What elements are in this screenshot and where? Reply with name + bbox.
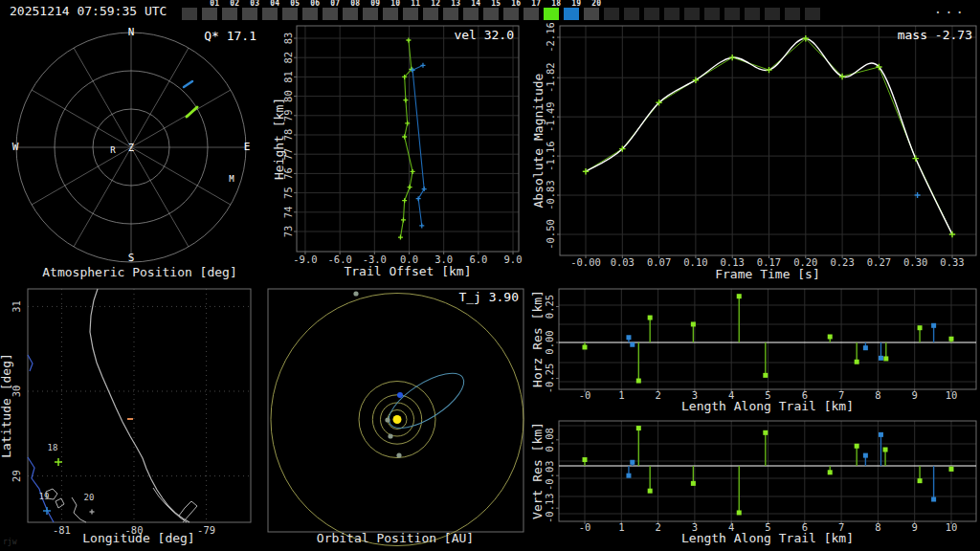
camera-cell-07[interactable]: 07 [323,8,338,20]
x-tick-label: -0 [579,521,591,533]
residual-point-cam18 [648,489,653,494]
y-tick-label: 0.00 [544,330,555,354]
y-tick-label: 74 [282,206,294,218]
camera-cell-label: 13 [451,0,460,8]
topbar: 20251214 07:59:35 UTC 010203040506070809… [0,0,980,23]
camera-cell-blank[interactable] [684,8,700,20]
polar-spoke [74,48,131,147]
camera-cell-02[interactable]: 02 [222,8,237,20]
polar-spoke [131,147,231,205]
residual-point-cam19 [626,474,631,478]
camera-cell-14[interactable]: 14 [463,8,479,20]
data-point-marker [583,168,589,174]
x-tick-label: 0.07 [647,256,671,268]
camera-cell-12[interactable]: 12 [423,8,438,20]
compass-label-M: M [229,174,234,184]
camera-cell-17[interactable]: 17 [523,8,539,20]
residual-point-cam18 [636,426,641,430]
x-axis-label: Frame Time [s] [715,267,820,281]
compass-label-S: S [128,252,135,264]
camera-cell-blank[interactable] [604,8,619,20]
y-tick-label: -2.16 [545,23,556,53]
station-label-18: 18 [48,443,58,452]
camera-cell-10[interactable]: 10 [383,8,398,20]
camera-cell-18[interactable]: 18 [544,8,559,20]
residual-point-cam18 [828,335,833,340]
data-point-marker [401,217,406,222]
data-point-marker [949,231,955,237]
camera-cell-08[interactable]: 08 [343,8,358,20]
residual-point-cam19 [931,497,936,502]
trail-series-cam19 [412,65,424,226]
camera-cell-13[interactable]: 13 [443,8,458,20]
x-tick-label: 0.03 [611,256,635,268]
camera-cell-blank[interactable] [765,8,780,20]
camera-cell-blank[interactable] [182,8,197,20]
camera-cell-label: 09 [370,0,380,8]
panel-title: T_j 3.90 [458,290,519,304]
camera-cell-01[interactable]: 01 [202,8,217,20]
y-tick-label: -0.25 [544,364,555,394]
camera-cell-05[interactable]: 05 [282,8,298,20]
x-tick-label: 0.30 [903,256,927,268]
y-tick-label: 81 [282,71,294,83]
residual-point-cam19 [630,342,635,347]
residual-point-cam19 [863,345,868,350]
camera-cell-label: 08 [350,0,360,8]
camera-cell-16[interactable]: 16 [503,8,519,20]
y-axis-label: Horz Res [km] [530,290,545,387]
planet-dot [353,291,358,296]
planet-dot [388,433,392,438]
x-tick-label: 10 [946,521,958,533]
data-point-marker [422,187,427,191]
camera-cell-label: 19 [571,0,581,8]
camera-cell-04[interactable]: 04 [262,8,278,20]
camera-cell-blank[interactable] [644,8,659,20]
x-axis-label: Length Along Trail [km] [681,531,854,545]
residual-point-cam18 [949,467,954,472]
overflow-menu[interactable]: ... [934,1,967,16]
camera-cell-15[interactable]: 15 [483,8,499,20]
camera-cell-09[interactable]: 09 [363,8,378,20]
x-tick-label: 1 [618,389,624,401]
data-point-marker [90,510,95,515]
x-tick-label: -0 [579,389,591,401]
camera-cell-label: 01 [210,0,219,8]
river [28,355,33,371]
polar-spoke [32,147,131,205]
camera-cell-label: 20 [591,0,601,8]
camera-cell-blank[interactable] [704,8,720,20]
y-axis-label: Absolute Magnitude [531,73,546,208]
camera-cell-blank[interactable] [805,8,820,20]
y-tick-label: -1.49 [545,101,556,132]
camera-cell-19[interactable]: 19 [564,8,579,20]
meteor-streak-cam18 [187,107,197,117]
camera-cell-blank[interactable] [785,8,800,20]
residual-point-cam19 [626,335,631,340]
camera-cell-blank[interactable] [624,8,639,20]
residual-point-cam18 [737,294,742,298]
camera-cell-20[interactable]: 20 [584,8,599,20]
residual-point-cam18 [918,478,923,483]
sun-dot [393,415,402,424]
polar-spoke [131,48,189,147]
camera-cell-11[interactable]: 11 [403,8,418,20]
meteor-streak-cam19 [184,81,192,87]
residual-point-cam18 [883,448,888,452]
x-tick-label: 10 [946,389,958,401]
data-point-marker [55,458,62,466]
x-tick-label: 2 [655,521,660,533]
camera-cell-06[interactable]: 06 [302,8,318,20]
residual-point-cam18 [737,510,742,515]
y-tick-label: 29 [11,470,22,482]
camera-cell-03[interactable]: 03 [242,8,257,20]
camera-cell-label: 16 [511,0,521,8]
x-axis-label: Trail Offset [km] [344,264,471,278]
residual-point-cam19 [879,356,883,361]
camera-cell-blank[interactable] [664,8,679,20]
y-tick-label: -1.16 [545,141,556,171]
camera-cell-blank[interactable] [745,8,760,20]
camera-cell-blank[interactable] [724,8,740,20]
residual-point-cam18 [691,321,696,326]
y-tick-label: -0.50 [545,219,556,250]
